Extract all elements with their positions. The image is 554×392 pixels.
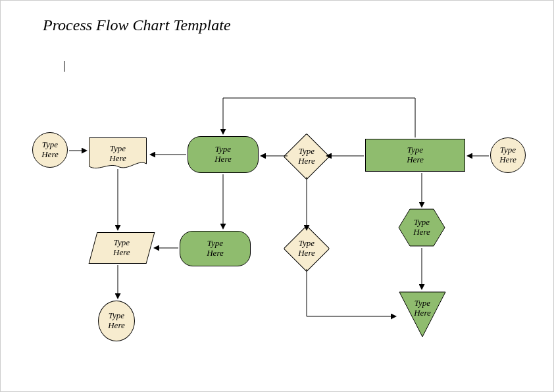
document-label: Type Here bbox=[109, 144, 126, 164]
process-capsule-2[interactable]: Type Here bbox=[180, 231, 251, 266]
terminator-ellipse[interactable]: Type Here bbox=[98, 301, 135, 341]
document-node[interactable]: Type Here bbox=[89, 137, 147, 170]
decision-diamond-2[interactable]: Type Here bbox=[284, 226, 330, 272]
text-cursor bbox=[64, 61, 64, 72]
data-parallelogram[interactable]: Type Here bbox=[89, 232, 155, 264]
triangle-label: Type Here bbox=[414, 299, 431, 318]
decision-label-1: Type Here bbox=[298, 147, 315, 166]
decision-label-2: Type Here bbox=[298, 239, 315, 258]
merge-triangle[interactable]: Type Here bbox=[399, 291, 446, 337]
terminator-circle-1[interactable]: Type Here bbox=[32, 132, 68, 168]
terminator-circle-2[interactable]: Type Here bbox=[490, 137, 526, 173]
connector-arrows bbox=[1, 1, 554, 392]
flowchart-canvas: Process Flow Chart Template Type Here Ty… bbox=[0, 0, 554, 392]
page-title: Process Flow Chart Template bbox=[43, 16, 231, 34]
preparation-hexagon[interactable]: Type Here bbox=[398, 208, 445, 247]
process-rect[interactable]: Type Here bbox=[365, 139, 465, 172]
process-capsule-1[interactable]: Type Here bbox=[188, 136, 259, 173]
decision-diamond-1[interactable]: Type Here bbox=[284, 134, 330, 180]
data-label: Type Here bbox=[113, 238, 130, 258]
hexagon-label: Type Here bbox=[413, 218, 430, 237]
